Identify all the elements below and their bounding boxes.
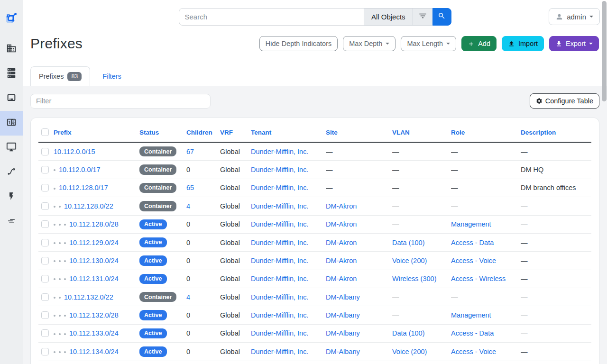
prefix-link[interactable]: 10.112.131.0/24 <box>69 275 119 282</box>
table-controls: Configure Table <box>30 93 599 109</box>
export-dropdown[interactable]: Export <box>549 36 599 51</box>
role-link[interactable]: Access - Data <box>451 239 494 246</box>
select-all-checkbox[interactable] <box>41 128 49 136</box>
column-header-status[interactable]: Status <box>139 129 159 136</box>
row-checkbox[interactable] <box>41 148 49 155</box>
prefix-link[interactable]: 10.112.130.0/24 <box>69 257 119 264</box>
role-link[interactable]: Access - Voice <box>451 348 496 355</box>
search-scope-dropdown[interactable]: All Objects <box>364 8 413 26</box>
column-header-vlan[interactable]: VLAN <box>392 129 410 136</box>
site-link[interactable]: DM-Akron <box>326 239 357 246</box>
sidebar-item-power[interactable] <box>0 185 23 209</box>
site-link[interactable]: DM-Albany <box>326 311 360 319</box>
row-checkbox[interactable] <box>41 311 49 319</box>
user-menu-button[interactable]: admin <box>549 8 600 25</box>
add-button[interactable]: Add <box>461 36 497 51</box>
column-header-prefix[interactable]: Prefix <box>54 129 72 136</box>
prefix-link[interactable]: 10.112.129.0/24 <box>69 239 119 246</box>
prefix-link[interactable]: 10.112.128.0/28 <box>69 220 119 228</box>
table-row: 10.112.0.0/17 Container 0 Global Dunder-… <box>38 161 591 179</box>
search-submit-button[interactable] <box>432 8 451 26</box>
children-link[interactable]: 4 <box>186 202 190 210</box>
column-header-children[interactable]: Children <box>186 129 212 136</box>
vlan-link[interactable]: Voice (200) <box>392 257 427 264</box>
sidebar-item-connections[interactable] <box>0 86 23 111</box>
sidebar-item-circuits[interactable] <box>0 160 23 185</box>
tab-filters[interactable]: Filters <box>94 66 129 86</box>
prefix-link[interactable]: 10.112.134.0/24 <box>69 348 119 355</box>
tenant-link[interactable]: Dunder-Mifflin, Inc. <box>251 202 308 210</box>
configure-table-button[interactable]: Configure Table <box>530 93 599 109</box>
prefix-link[interactable]: 10.112.0.0/15 <box>54 148 95 155</box>
prefix-link[interactable]: 10.112.128.0/17 <box>59 184 108 191</box>
row-checkbox[interactable] <box>41 202 49 210</box>
site-link[interactable]: DM-Akron <box>326 275 357 282</box>
tenant-link[interactable]: Dunder-Mifflin, Inc. <box>251 148 308 155</box>
row-checkbox[interactable] <box>41 220 49 228</box>
tab-prefixes[interactable]: Prefixes 83 <box>30 66 90 86</box>
import-button[interactable]: Import <box>502 36 544 51</box>
tenant-link[interactable]: Dunder-Mifflin, Inc. <box>251 348 308 355</box>
max-length-dropdown[interactable]: Max Length <box>401 36 456 51</box>
children-link[interactable]: 4 <box>186 293 190 301</box>
vlan-link[interactable]: Voice (200) <box>392 348 427 355</box>
sidebar-item-other[interactable] <box>0 209 23 234</box>
tenant-link[interactable]: Dunder-Mifflin, Inc. <box>251 184 308 191</box>
tenant-link[interactable]: Dunder-Mifflin, Inc. <box>251 329 308 337</box>
row-checkbox[interactable] <box>41 184 49 191</box>
page-scrollbar[interactable] <box>602 1 607 101</box>
sidebar-item-devices[interactable] <box>0 62 23 86</box>
search-input[interactable] <box>179 8 364 26</box>
site-link[interactable]: DM-Albany <box>326 348 360 355</box>
site-link[interactable]: DM-Akron <box>326 202 357 210</box>
vlan-link[interactable]: Data (100) <box>392 329 425 337</box>
row-checkbox[interactable] <box>41 275 49 282</box>
column-header-description[interactable]: Description <box>521 129 556 136</box>
netbox-logo-icon[interactable] <box>0 0 23 37</box>
prefix-link[interactable]: 10.112.132.0/22 <box>64 293 113 301</box>
children-link[interactable]: 65 <box>186 184 194 191</box>
sidebar-item-ipam[interactable] <box>0 111 23 136</box>
role-link[interactable]: Access - Voice <box>451 257 496 264</box>
prefix-link[interactable]: 10.112.133.0/24 <box>69 329 119 337</box>
row-checkbox[interactable] <box>41 293 49 301</box>
tenant-link[interactable]: Dunder-Mifflin, Inc. <box>251 239 308 246</box>
tenant-link[interactable]: Dunder-Mifflin, Inc. <box>251 311 308 319</box>
column-header-vrf[interactable]: VRF <box>220 129 233 136</box>
site-link[interactable]: DM-Akron <box>326 220 357 228</box>
table-filter-input[interactable] <box>30 94 211 109</box>
prefix-link[interactable]: 10.112.128.0/22 <box>64 202 113 210</box>
search-filter-button[interactable] <box>413 8 433 26</box>
site-link[interactable]: DM-Albany <box>326 293 360 301</box>
hide-depth-indicators-button[interactable]: Hide Depth Indicators <box>259 36 338 51</box>
row-checkbox[interactable] <box>41 348 49 355</box>
children-link[interactable]: 67 <box>186 148 194 155</box>
site-link[interactable]: DM-Albany <box>326 329 360 337</box>
sidebar-item-organization[interactable] <box>0 37 23 62</box>
tenant-link[interactable]: Dunder-Mifflin, Inc. <box>251 275 308 282</box>
prefix-link[interactable]: 10.112.132.0/28 <box>69 311 119 319</box>
row-checkbox[interactable] <box>41 166 49 173</box>
role-link[interactable]: Management <box>451 220 491 228</box>
tenant-link[interactable]: Dunder-Mifflin, Inc. <box>251 166 308 173</box>
row-checkbox[interactable] <box>41 329 49 337</box>
role-link[interactable]: Access - Wireless <box>451 275 506 282</box>
vlan-link[interactable]: Wireless (300) <box>392 275 436 282</box>
prefix-link[interactable]: 10.112.0.0/17 <box>59 166 101 173</box>
row-checkbox[interactable] <box>41 239 49 246</box>
vlan-link[interactable]: Data (100) <box>392 239 425 246</box>
vrf-cell: Global <box>220 197 251 215</box>
tenant-link[interactable]: Dunder-Mifflin, Inc. <box>251 220 308 228</box>
role-link[interactable]: Management <box>451 311 491 319</box>
column-header-site[interactable]: Site <box>326 129 338 136</box>
role-cell: — <box>451 197 521 215</box>
row-checkbox[interactable] <box>41 257 49 264</box>
max-depth-dropdown[interactable]: Max Depth <box>343 36 395 51</box>
tenant-link[interactable]: Dunder-Mifflin, Inc. <box>251 293 308 301</box>
sidebar-item-virtualization[interactable] <box>0 136 23 160</box>
role-link[interactable]: Access - Data <box>451 329 494 337</box>
site-link[interactable]: DM-Akron <box>326 257 357 264</box>
column-header-tenant[interactable]: Tenant <box>251 129 271 136</box>
column-header-role[interactable]: Role <box>451 129 465 136</box>
tenant-link[interactable]: Dunder-Mifflin, Inc. <box>251 257 308 264</box>
